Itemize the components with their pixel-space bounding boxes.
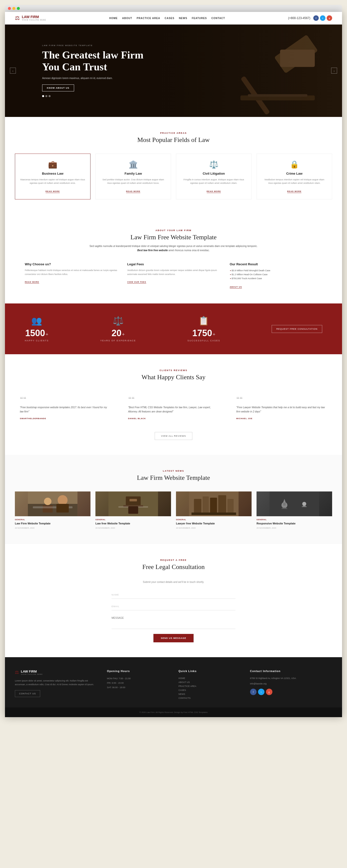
svg-rect-19 xyxy=(194,499,202,514)
nav-practice[interactable]: PRACTICE AREA xyxy=(137,17,160,20)
news-title-4[interactable]: Responsive Website Template xyxy=(257,522,332,525)
family-law-link[interactable]: READ MORE xyxy=(126,190,141,193)
hero-dot-1[interactable] xyxy=(42,95,44,97)
civil-law-desc: Fringilla in cursus interdum augue. tris… xyxy=(181,178,247,185)
reviews-label: CLIENTS REVIEWS xyxy=(15,369,332,372)
news-section: LATEST NEWS Law Firm Website Template xyxy=(5,455,342,544)
submit-button[interactable]: SEND US MESSAGE xyxy=(153,634,194,642)
news-title-1[interactable]: Law Firm Website Template xyxy=(15,522,90,525)
svg-rect-8 xyxy=(43,505,53,513)
footer-contact-button[interactable]: CONTACT US xyxy=(15,690,40,697)
email-input[interactable] xyxy=(112,602,235,610)
logo-icon: ⚖ xyxy=(15,15,20,21)
why-choose-link[interactable]: READ MORE xyxy=(25,281,39,284)
svg-rect-28 xyxy=(282,508,288,509)
crime-law-icon: 🔒 xyxy=(262,160,327,169)
site-wrapper: ⚖ LAW FIRM YOUR TAGLINE HERE HOME ABOUT … xyxy=(5,12,342,717)
svg-point-7 xyxy=(44,498,52,505)
footer-copyright: © 2020 Law Firm. All Rights Reserved. De… xyxy=(140,711,208,713)
nav-contact[interactable]: CONTACT xyxy=(211,17,225,20)
legal-fees-text: Vestibulum dictum gravida lorem vulputat… xyxy=(127,269,220,276)
experience-plus: + xyxy=(122,332,125,337)
nav-about[interactable]: ABOUT xyxy=(122,17,132,20)
footer-link-cases[interactable]: CASES xyxy=(178,688,240,692)
news-card-2: GENERAL Law free Website Template 20 NOV… xyxy=(95,492,171,529)
about-col-results: Our Recent Result $3.9 Million Field Wro… xyxy=(230,262,322,288)
svg-rect-14 xyxy=(129,499,137,501)
close-button-dot[interactable] xyxy=(8,7,11,10)
results-title: Our Recent Result xyxy=(230,262,322,266)
civil-law-link[interactable]: READ MORE xyxy=(207,190,221,193)
news-title-3[interactable]: Lawyer free Website Template xyxy=(176,522,252,525)
footer-facebook-icon[interactable]: f xyxy=(250,689,257,695)
googleplus-icon[interactable]: g xyxy=(327,16,332,21)
footer-link-about[interactable]: ABOUT US xyxy=(178,680,240,684)
practice-card-crime: 🔒 Crime Law Vestibulum tempus interdum s… xyxy=(257,154,332,200)
news-card-4: GENERAL Responsive Website Template 20 N… xyxy=(257,492,332,529)
nav-home[interactable]: HOME xyxy=(109,17,118,20)
nav-news[interactable]: NEWS xyxy=(179,17,187,20)
footer-hours: MON-THU: 7:00 - 21:00 FRI: 6:00 - 15:00 … xyxy=(107,676,169,690)
footer-hours-col: Opening Hours MON-THU: 7:00 - 21:00 FRI:… xyxy=(107,670,169,700)
review-text-2: "Best Free HTML CSS Website Templates fo… xyxy=(128,405,219,414)
message-input[interactable] xyxy=(112,614,235,629)
minimize-button-dot[interactable] xyxy=(12,7,16,10)
footer-link-news[interactable]: NEWS xyxy=(178,692,240,696)
consultation-label: REQUEST A FREE xyxy=(25,559,322,561)
svg-rect-25 xyxy=(270,492,319,516)
twitter-icon[interactable]: t xyxy=(320,16,325,21)
footer-contact-col: Contact Information 6789 St Highland Av,… xyxy=(250,670,332,700)
news-label: LATEST NEWS xyxy=(15,470,332,472)
name-input[interactable] xyxy=(112,591,235,599)
maximize-button-dot[interactable] xyxy=(17,7,20,10)
site-footer: ⚖ LAW FIRM YOUR TAGLINE HERE Lorem ipsum… xyxy=(5,657,342,708)
hero-desc: Aenean dignissim lorem maximus, aliquam … xyxy=(42,77,129,80)
footer-link-home[interactable]: HOME xyxy=(178,676,240,680)
phone-number: (+800-123-4567) xyxy=(288,17,310,20)
view-all-reviews-button[interactable]: VIEW ALL REVIEWS xyxy=(155,432,193,440)
civil-law-name: Civil Litigation xyxy=(181,172,247,175)
footer-bottom: © 2020 Law Firm. All Rights Reserved. De… xyxy=(5,708,342,717)
footer-hours-3: SAT: 06:00 - 18:00 xyxy=(107,685,169,690)
reviewer-name-2: DANIEL BLACK xyxy=(128,417,219,420)
legal-fees-link[interactable]: VIEW OUR FEES xyxy=(127,281,146,284)
facebook-icon[interactable]: f xyxy=(313,16,319,21)
nav-cases[interactable]: CASES xyxy=(165,17,174,20)
footer-email[interactable]: info@lawsite.org xyxy=(250,682,332,686)
main-nav: HOME ABOUT PRACTICE AREA CASES NEWS FEAT… xyxy=(109,17,225,20)
hero-dot-3[interactable] xyxy=(49,95,51,97)
footer-about-col: ⚖ LAW FIRM YOUR TAGLINE HERE Lorem ipsum… xyxy=(15,670,97,700)
clients-number: 1500 xyxy=(25,328,45,338)
clients-icon: 👥 xyxy=(25,316,49,326)
footer-googleplus-icon[interactable]: g xyxy=(266,689,272,695)
hero-prev-arrow[interactable]: ‹ xyxy=(10,68,16,73)
news-card-1: GENERAL Law Firm Website Template 20 NOV… xyxy=(15,492,90,529)
crime-law-link[interactable]: READ MORE xyxy=(287,190,301,193)
cases-plus: + xyxy=(213,332,215,337)
footer-twitter-icon[interactable]: t xyxy=(258,689,264,695)
footer-logo-tagline: YOUR TAGLINE HERE xyxy=(21,673,42,675)
social-icons: f t g xyxy=(313,16,332,21)
news-category-4: GENERAL xyxy=(257,519,332,521)
hero-content: LAW FIRM FREE WEBSITE TEMPLATE The Great… xyxy=(42,44,332,97)
footer-link-practice[interactable]: PRACTICE AREA xyxy=(178,684,240,688)
stats-cta-button[interactable]: REQUEST FREE CONSULTATION xyxy=(272,325,322,333)
news-image-1 xyxy=(15,492,90,516)
family-law-icon: 🏛️ xyxy=(100,160,166,169)
news-title-2[interactable]: Law free Website Template xyxy=(95,522,171,525)
footer-contact-title: Contact Information xyxy=(250,670,332,673)
consultation-desc: Submit your contact details and we'll be… xyxy=(25,581,322,583)
hero-dots xyxy=(42,95,332,97)
footer-links-list: HOME ABOUT US PRACTICE AREA CASES NEWS C… xyxy=(178,676,240,700)
practice-areas-label: PRACTICE AREAS xyxy=(15,132,332,134)
news-date-2: 20 NOVEMBER, 2020 xyxy=(95,527,171,529)
clients-plus: + xyxy=(46,332,48,337)
hero-cta-button[interactable]: KNOW ABOUT US xyxy=(42,85,74,91)
hero-dot-2[interactable] xyxy=(46,95,47,97)
nav-features[interactable]: FEATURES xyxy=(192,17,207,20)
results-link[interactable]: ABOUT US xyxy=(230,286,242,288)
logo-area[interactable]: ⚖ LAW FIRM YOUR TAGLINE HERE xyxy=(15,15,46,21)
footer-link-contacts[interactable]: CONTACTS xyxy=(178,696,240,700)
business-law-link[interactable]: READ MORE xyxy=(46,190,60,193)
svg-rect-17 xyxy=(128,506,138,514)
